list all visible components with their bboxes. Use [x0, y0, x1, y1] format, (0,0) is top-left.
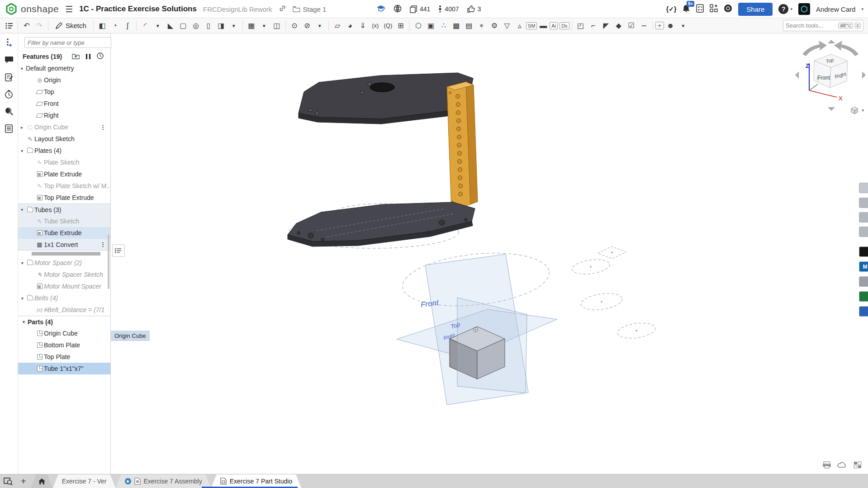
- measure-icon[interactable]: ▵: [513, 19, 526, 32]
- chevron-down-icon[interactable]: ▾: [18, 207, 26, 212]
- printer-icon[interactable]: [822, 461, 832, 469]
- 3d-scene[interactable]: [0, 33, 868, 474]
- link-icon[interactable]: [279, 5, 286, 14]
- feature-row[interactable]: ▾ Tubes (3): [18, 204, 110, 215]
- ds-icon[interactable]: Ds: [560, 22, 569, 29]
- sketch-circles[interactable]: [571, 246, 656, 341]
- clock-icon[interactable]: [97, 52, 104, 61]
- tab-version[interactable]: Exercise 7 - Ver: [53, 474, 116, 488]
- tasks-button[interactable]: [696, 4, 704, 14]
- help-menu[interactable]: ? ▾: [778, 4, 792, 14]
- globe-icon[interactable]: [394, 5, 402, 14]
- chevron-down-icon[interactable]: ▾: [677, 19, 689, 32]
- table-icon[interactable]: ▤: [463, 19, 475, 32]
- feature-row[interactable]: Right: [18, 109, 110, 121]
- part-row[interactable]: Top Plate: [18, 351, 110, 363]
- feature-row[interactable]: ▾ Plates (4): [18, 145, 110, 156]
- versions-icon[interactable]: [4, 37, 14, 48]
- feature-row[interactable]: ✎ Tube Sketch: [18, 215, 110, 227]
- document-title[interactable]: 1C - Practice Exercise Solutions: [79, 5, 197, 14]
- custom-feature-2-icon[interactable]: ▩: [450, 19, 463, 32]
- feature-row[interactable]: ▾ Default geometry: [18, 62, 110, 74]
- app-tile-m[interactable]: M: [859, 261, 868, 272]
- weld-icon[interactable]: ◤: [600, 19, 612, 32]
- bottom-plate-body[interactable]: [288, 202, 475, 246]
- selected-tube-body[interactable]: [447, 82, 478, 210]
- feature-row[interactable]: Motor Mount Spacer: [18, 280, 110, 292]
- frame-icon[interactable]: ⊞: [394, 19, 407, 32]
- part-row[interactable]: Bottom Plate: [18, 339, 110, 351]
- tab-manager-icon[interactable]: [0, 474, 16, 488]
- chevron-down-icon[interactable]: ▾: [152, 19, 164, 32]
- feature-row[interactable]: ◎ Origin: [18, 74, 110, 86]
- rib-icon[interactable]: ▯: [202, 19, 215, 32]
- home-tab[interactable]: [31, 474, 53, 488]
- assistant-button[interactable]: [724, 4, 732, 14]
- new-folder-icon[interactable]: [72, 53, 80, 61]
- feature-row[interactable]: Tube Extrude: [18, 227, 110, 239]
- tab-assembly[interactable]: Exercise 7 Assembly: [116, 474, 211, 488]
- undo-icon[interactable]: ↶: [20, 19, 33, 32]
- gear-icon[interactable]: ⚙: [488, 19, 501, 32]
- feature-row[interactable]: (x) #Belt_Distance = (7/1: [18, 304, 110, 316]
- comments-icon[interactable]: [4, 54, 14, 65]
- app-tile-8[interactable]: [859, 306, 868, 317]
- changes-stat[interactable]: 4007: [438, 5, 459, 13]
- sheet-metal-icon[interactable]: SM: [526, 22, 537, 29]
- search-tools-input[interactable]: Search tools... alt/⌥ c: [783, 20, 863, 31]
- custom-feature-1-icon[interactable]: ▣: [425, 19, 437, 32]
- chamfer-icon[interactable]: ◣: [164, 19, 177, 32]
- breadcrumb[interactable]: Stage 1: [293, 5, 327, 13]
- app-tile-7[interactable]: [859, 291, 868, 302]
- helix-icon[interactable]: ◕: [344, 19, 356, 32]
- datum-plane-right[interactable]: [457, 298, 527, 393]
- shell-icon[interactable]: ▢: [177, 19, 190, 32]
- insert-reference-icon[interactable]: +: [655, 22, 664, 29]
- variable-icon[interactable]: (x): [369, 19, 382, 32]
- chevron-down-icon[interactable]: ▾: [18, 296, 26, 301]
- revolve-icon[interactable]: ◔: [109, 19, 121, 32]
- apps-button[interactable]: [710, 4, 718, 14]
- app-tile-3[interactable]: [859, 212, 868, 223]
- extrude-icon[interactable]: ◧: [96, 19, 109, 32]
- redo-icon[interactable]: ↷: [33, 19, 46, 32]
- graphics-viewport[interactable]: Front Top Right: [0, 33, 868, 474]
- chevron-right-icon[interactable]: ▸: [18, 125, 26, 130]
- sweep-icon[interactable]: ∫: [121, 19, 134, 32]
- chevron-down-icon[interactable]: ▾: [313, 19, 326, 32]
- ai-icon[interactable]: Ai: [550, 22, 558, 29]
- plane-icon[interactable]: ▱: [331, 19, 344, 32]
- cloud-icon[interactable]: [837, 461, 847, 469]
- spline-icon[interactable]: ∴: [437, 19, 450, 32]
- app-tile-4[interactable]: [859, 227, 868, 237]
- parts-section-header[interactable]: ▾ Parts (4): [18, 316, 110, 327]
- feature-row[interactable]: Front: [18, 98, 110, 109]
- app-tile-5[interactable]: [859, 246, 868, 257]
- history-icon[interactable]: [4, 89, 14, 99]
- app-tile-1[interactable]: [859, 183, 868, 193]
- education-cap-icon[interactable]: [376, 5, 385, 13]
- overflow-menu-icon[interactable]: ⋮: [100, 241, 106, 248]
- top-plate-body[interactable]: [299, 73, 473, 124]
- suppress-pause-icon[interactable]: [86, 54, 90, 59]
- flatten-icon[interactable]: ◰: [574, 19, 587, 32]
- draft-icon[interactable]: ◨: [215, 19, 228, 32]
- part-row-selected[interactable]: Tube 1"x1"x7": [18, 363, 110, 374]
- chevron-down-icon[interactable]: ▾: [258, 19, 270, 32]
- hole-icon[interactable]: ◎: [190, 19, 202, 32]
- scrollbar-thumb[interactable]: [108, 235, 109, 289]
- assistant-tool-icon[interactable]: ☻: [664, 19, 677, 32]
- filter-icon[interactable]: ▽: [501, 19, 513, 32]
- transform-icon[interactable]: ⌖: [475, 19, 488, 32]
- chevron-down-icon[interactable]: ▾: [18, 148, 26, 153]
- chevron-down-icon[interactable]: ▾: [18, 261, 26, 265]
- view-options-button[interactable]: ▾: [850, 106, 864, 115]
- feature-row[interactable]: ▸ ⬡ Origin Cube ⋮: [18, 121, 110, 133]
- pattern-icon[interactable]: ▦: [245, 19, 258, 32]
- chevron-down-icon[interactable]: ▾: [228, 19, 240, 32]
- modules-icon[interactable]: [853, 461, 863, 469]
- feature-row[interactable]: ✎ Top Plate Sketch w/ M...: [18, 180, 110, 192]
- feature-row[interactable]: ▩ 1x1 Convert ⋮: [18, 239, 110, 251]
- chevron-down-icon[interactable]: ▾: [20, 319, 28, 324]
- featurescript-icon[interactable]: {✓}: [666, 5, 677, 13]
